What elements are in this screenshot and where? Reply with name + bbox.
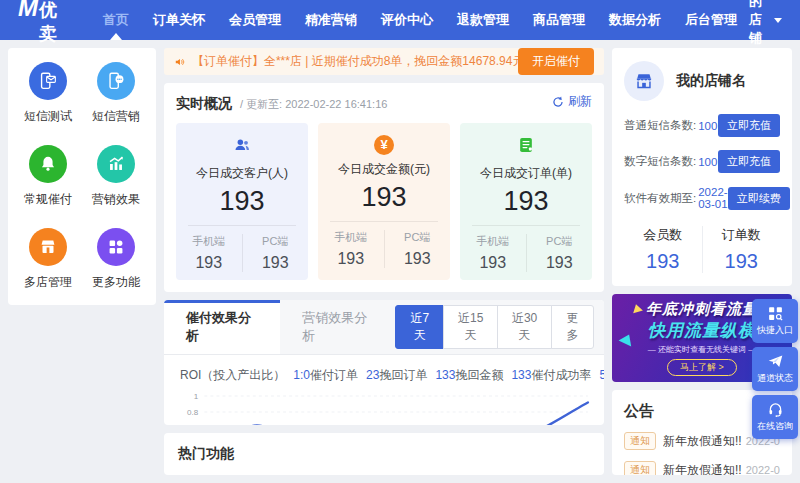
nav-item-precision-marketing[interactable]: 精准营销 [293,0,369,40]
range-30d-button[interactable]: 近30天 [497,305,552,349]
orders-stat: 订单数 193 [702,226,781,273]
members-value: 193 [624,250,702,273]
divider [330,221,438,222]
renew-button[interactable]: 立即续费 [728,187,790,210]
mobile-value: 193 [460,254,526,272]
nav-item-product-management[interactable]: 商品管理 [521,0,597,40]
grid-icon [97,228,135,266]
svg-text:0.6: 0.6 [187,424,199,425]
yen-coin-icon: ¥ [374,135,394,155]
range-15d-button[interactable]: 近15天 [443,305,498,349]
quick-item-marketing-effect[interactable]: 营销效果 [82,145,150,208]
speaker-icon [174,54,186,70]
users-icon [231,135,253,155]
nav-item-refund-management[interactable]: 退款管理 [445,0,521,40]
stat-label: 今日成交金额(元) [318,161,450,178]
mobile-label: 手机端 [460,234,526,249]
quick-entry-button[interactable]: 快捷入口 [752,299,798,343]
quick-item-payment-reminder[interactable]: 常规催付 [14,145,82,208]
paper-plane-icon [767,353,784,370]
storefront-icon [633,70,655,92]
deco-triangle [631,303,643,313]
mobile-value: 193 [176,254,242,272]
nav-item-data-analysis[interactable]: 数据分析 [597,0,673,40]
online-support-button[interactable]: 在线咨询 [752,395,798,439]
range-7d-button[interactable]: 近7天 [395,305,444,349]
notice-bar: 【订单催付】全***店 | 近期催付成功8单，挽回金额14678.94元，催付成… [164,48,604,75]
stat-card-orders: 今日成交订单(单) 193 手机端193 PC端193 [460,123,592,280]
nav-item-home[interactable]: 首页 [91,0,141,40]
tab-marketing-effect[interactable]: 营销效果分析 [280,300,396,354]
row-label: 软件有效期至: [624,191,696,206]
members-label: 会员数 [624,226,702,244]
shop-row-normal-sms: 普通短信条数: 100 立即充值 [624,114,780,137]
nav-item-order-care[interactable]: 订单关怀 [141,0,217,40]
banner-line1: 年底冲刺看流量 [646,300,758,319]
quick-item-label: 营销效果 [92,191,140,208]
quick-item-sms-test[interactable]: 短信测试 [14,62,82,125]
kpi-recovered-orders: 挽回订单133 [379,367,455,384]
floating-toolbar: 快捷入口 通道状态 在线咨询 [752,299,798,439]
stat-value: 193 [318,182,450,213]
logo-text: 优卖 [39,0,57,46]
announcement-item[interactable]: 通知 新年放假通知!!! 2022-0 [624,461,780,475]
channel-status-button[interactable]: 通道状态 [752,347,798,391]
quick-item-sms-marketing[interactable]: 短信营销 [82,62,150,125]
banner-line3: — 还能实时查看无线关键词 — [648,344,756,355]
hot-features-panel: 热门功能 [164,433,604,475]
nav-item-review-center[interactable]: 评价中心 [369,0,445,40]
chart-up-icon [97,145,135,183]
hot-features-title: 热门功能 [178,445,590,463]
realtime-updated: / 更新至: 2022-02-22 16:41:16 [240,97,387,112]
analysis-panel: 催付效果分析 营销效果分析 近7天 近15天 近30天 更多 ROI（投入产出比… [164,300,604,426]
pc-label: PC端 [243,234,309,249]
pc-value: 193 [527,254,593,272]
headset-icon [767,401,784,418]
divider [188,225,296,226]
quick-item-more-features[interactable]: 更多功能 [82,228,150,291]
notice-badge: 通知 [624,432,656,450]
orders-label: 订单数 [703,226,781,244]
banner-cta-button[interactable]: 马上了解 > [667,359,737,376]
nav-item-member-management[interactable]: 会员管理 [217,0,293,40]
kpi-recovered-amount: 挽回金额133 [455,367,531,384]
row-value: 2022-03-01 [698,186,727,210]
phone-chat-icon [97,62,135,100]
announcement-date: 2022-0 [746,464,780,475]
svg-text:1: 1 [194,392,199,401]
store-icon [29,228,67,266]
members-stat: 会员数 193 [624,226,702,273]
kpi-roi: ROI（投入产出比）1:0 [180,367,310,384]
announcement-title: 新年放假通知!!! [663,433,742,450]
notice-text: 【订单催付】全***店 | 近期催付成功8单，挽回金额14678.94元，催付成… [192,53,518,70]
nav-item-admin-management[interactable]: 后台管理 [673,0,749,40]
app-logo[interactable]: M 优卖 [18,0,57,46]
realtime-overview-panel: 实时概况 / 更新至: 2022-02-22 16:41:16 刷新 今日成交客… [164,83,604,292]
quick-item-multi-store[interactable]: 多店管理 [14,228,82,291]
shop-row-digital-sms: 数字短信条数: 100 立即充值 [624,150,780,173]
stat-label: 今日成交客户(人) [176,165,308,182]
mobile-label: 手机端 [318,230,384,245]
kpi-success-rate: 催付成功率50% [531,367,604,384]
stat-card-amount: ¥ 今日成交金额(元) 193 手机端193 PC端193 [318,123,450,280]
line-chart: 00.20.40.60.812022-02-172022-02-182022-0… [170,388,598,426]
banner-line2: 快用流量纵横 [648,319,756,342]
range-more-button[interactable]: 更多 [551,305,594,349]
stat-value: 193 [460,186,592,217]
shop-name: 我的店铺名 [676,72,746,90]
recharge-button[interactable]: 立即充值 [718,114,780,137]
date-range-group: 近7天 近15天 近30天 更多 [396,305,594,349]
realtime-title: 实时概况 [176,95,232,113]
floater-label: 在线咨询 [757,420,793,433]
recharge-button[interactable]: 立即充值 [718,150,780,173]
floater-label: 通道状态 [757,372,793,385]
refresh-button[interactable]: 刷新 [552,93,592,110]
kpi-reminder-orders: 催付订单23 [310,367,379,384]
quick-menu-panel: 短信测试 短信营销 常规催付 营销效果 多店管理 [8,48,156,305]
floater-label: 快捷入口 [757,324,793,337]
quick-item-label: 常规催付 [24,191,72,208]
start-reminder-button[interactable]: 开启催付 [518,48,594,75]
stat-value: 193 [176,186,308,217]
tab-reminder-effect[interactable]: 催付效果分析 [164,300,280,354]
grid-search-icon [767,305,784,322]
